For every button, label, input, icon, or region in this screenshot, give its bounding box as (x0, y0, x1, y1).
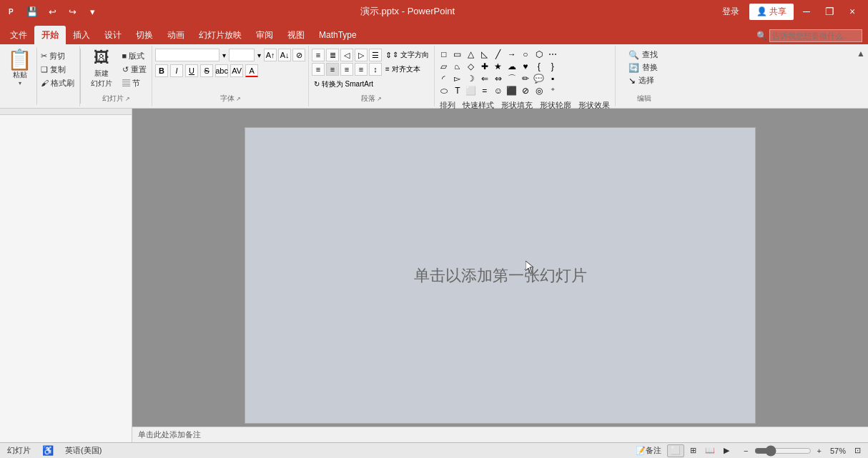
slide-sorter-button[interactable]: ⊞ (687, 444, 699, 457)
shape-smiley[interactable]: ☺ (492, 85, 505, 96)
shape-brace-r[interactable]: } (546, 61, 559, 72)
font-expand-icon[interactable]: ↗ (236, 96, 241, 102)
align-right-button[interactable]: ≡ (340, 63, 353, 76)
line-spacing-button[interactable]: ↕ (369, 63, 382, 76)
section-button[interactable]: ▤ 节 (120, 77, 149, 89)
shape-oval[interactable]: ⬭ (438, 85, 450, 96)
undo-button[interactable]: ↩ (44, 4, 60, 19)
font-name-input[interactable] (155, 49, 220, 61)
shape-hexagon[interactable]: ⬡ (533, 49, 546, 60)
indent-more-button[interactable]: ▷ (355, 49, 368, 61)
save-button[interactable]: 💾 (24, 4, 40, 19)
slides-expand-icon[interactable]: ↗ (125, 96, 130, 102)
paste-dropdown-icon[interactable]: ▾ (19, 80, 21, 86)
shape-frame[interactable]: ⬛ (505, 85, 518, 96)
shape-triangle[interactable]: △ (465, 49, 478, 60)
shape-arc[interactable]: ◜ (438, 73, 450, 84)
italic-button[interactable]: I (170, 64, 183, 77)
increase-font-button[interactable]: A↑ (264, 49, 277, 61)
shape-line[interactable]: ╱ (492, 49, 505, 60)
shape-more[interactable]: ⋯ (546, 49, 559, 60)
shape-textbox[interactable]: T (451, 85, 464, 96)
align-left-button[interactable]: ≡ (312, 63, 325, 76)
restore-button[interactable]: ❐ (819, 4, 839, 19)
underline-button[interactable]: U (185, 64, 198, 77)
copy-button[interactable]: ❑ 复制 (39, 64, 77, 76)
tab-home[interactable]: 开始 (34, 26, 66, 44)
layout-button[interactable]: ■ 版式 (120, 50, 149, 62)
normal-view-button[interactable]: ⬜ (667, 444, 684, 457)
slide-count-button[interactable]: 幻灯片 (4, 444, 34, 457)
shape-notch[interactable]: ▻ (451, 73, 464, 84)
clear-format-button[interactable]: ⊘ (292, 49, 305, 61)
redo-button[interactable]: ↪ (64, 4, 80, 19)
decrease-font-button[interactable]: A↓ (278, 49, 291, 61)
numbering-button[interactable]: ≣ (326, 49, 339, 61)
fit-window-button[interactable]: ⊡ (852, 444, 864, 457)
notes-bar[interactable]: 单击此处添加备注 (132, 427, 868, 442)
shape-para[interactable]: ▱ (438, 61, 450, 72)
slide-placeholder-text[interactable]: 单击以添加第一张幻灯片 (414, 265, 587, 287)
shape-brace-l[interactable]: { (533, 61, 546, 72)
tab-review[interactable]: 审阅 (249, 26, 280, 44)
shape-curve[interactable]: ⌒ (505, 73, 518, 84)
slide-canvas[interactable]: 单击以添加第一张幻灯片 (245, 127, 756, 424)
font-size-dropdown[interactable]: ▾ (256, 51, 262, 59)
strikethrough-button[interactable]: S (200, 64, 213, 77)
paste-button[interactable]: 📋 粘贴 ▾ (3, 47, 37, 105)
notes-toggle-button[interactable]: 📝 备注 (633, 444, 664, 457)
shape-flowchart[interactable]: ⬜ (465, 85, 478, 96)
shape-heart[interactable]: ♥ (519, 61, 532, 72)
shape-cloud[interactable]: ☁ (505, 61, 518, 72)
minimize-button[interactable]: ─ (797, 4, 817, 19)
shape-arrow[interactable]: → (505, 49, 518, 60)
tab-file[interactable]: 文件 (3, 26, 34, 44)
font-size-input[interactable] (229, 49, 255, 61)
convert-smartart-button[interactable]: ↻ 转换为 SmartArt (312, 79, 375, 90)
align-center-button[interactable]: ≡ (326, 63, 339, 76)
shape-equation[interactable]: = (478, 85, 491, 96)
shape-roundrect[interactable]: ▭ (451, 49, 464, 60)
shape-star[interactable]: ★ (492, 61, 505, 72)
justify-button[interactable]: ≡ (355, 63, 368, 76)
zoom-slider[interactable] (754, 445, 812, 457)
align-text-button[interactable]: ≡ 对齐文本 (383, 64, 423, 75)
tab-transitions[interactable]: 切换 (129, 26, 160, 44)
shape-freeform[interactable]: ✏ (519, 73, 532, 84)
zoom-level-button[interactable]: 57% (827, 444, 849, 457)
reading-view-button[interactable]: 📖 (702, 444, 718, 457)
cut-button[interactable]: ✂ 剪切 (39, 50, 77, 62)
font-name-dropdown[interactable]: ▾ (221, 51, 227, 59)
zoom-out-button[interactable]: − (741, 444, 751, 457)
shape-circle[interactable]: ○ (519, 49, 532, 60)
tab-slideshow[interactable]: 幻灯片放映 (192, 26, 249, 44)
shape-crescent[interactable]: ☽ (465, 73, 478, 84)
shape-ban[interactable]: ⊘ (519, 85, 532, 96)
shape-dbl-arrow[interactable]: ⇔ (492, 73, 505, 84)
tab-design[interactable]: 设计 (97, 26, 129, 44)
shape-diamond[interactable]: ◇ (465, 61, 478, 72)
shape-trap[interactable]: ⏢ (451, 61, 464, 72)
search-input[interactable] (769, 29, 862, 42)
zoom-in-button[interactable]: + (814, 444, 824, 457)
indent-less-button[interactable]: ◁ (340, 49, 353, 61)
char-space-button[interactable]: AV (230, 64, 243, 77)
reset-button[interactable]: ↺ 重置 (120, 64, 149, 76)
shape-arrow2[interactable]: ⇐ (478, 73, 491, 84)
shape-donut[interactable]: ◎ (533, 85, 546, 96)
bullets-button[interactable]: ≡ (312, 49, 325, 61)
close-button[interactable]: × (842, 4, 862, 19)
shape-cross[interactable]: ✚ (478, 61, 491, 72)
collapse-ribbon-button[interactable]: ▲ (854, 46, 868, 106)
main-canvas-area[interactable]: 单击以添加第一张幻灯片 (132, 109, 868, 442)
login-button[interactable]: 登录 (715, 4, 746, 19)
shape-extra[interactable]: ⁺ (546, 85, 559, 96)
replace-button[interactable]: 替换 (640, 61, 660, 74)
customize-quick-access-button[interactable]: ▾ (84, 4, 100, 19)
columns-button[interactable]: ☰ (369, 49, 382, 61)
shape-rect[interactable]: □ (438, 49, 450, 60)
format-paint-button[interactable]: 🖌 格式刷 (39, 77, 77, 89)
shape-rect2[interactable]: ▪ (546, 73, 559, 84)
select-button[interactable]: 选择 (636, 74, 656, 86)
slideshow-button[interactable]: ▶ (721, 444, 732, 457)
